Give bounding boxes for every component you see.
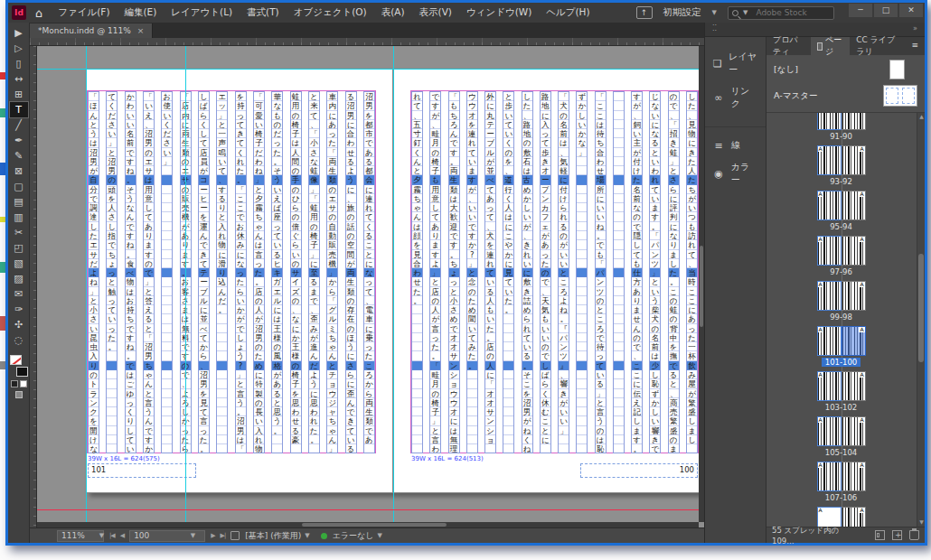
text-frame-left[interactable]: 沼男を都市である都会に連れてくることになって、電車に乗ったころから両生類である沼…: [88, 91, 375, 453]
grid-text-line[interactable]: 外に丸テーブルが並べてあって、犬を連れている人もいた。店の人に「オオサンショ: [484, 91, 496, 453]
grid-text-line[interactable]: 車内にあった「両生類のエサの自動販売機」から「グルミちゃんとチョウジャちゃん」: [326, 91, 338, 453]
ruler-guide-red[interactable]: [37, 509, 704, 510]
panel-button-レイヤー[interactable]: ❏レイヤー: [705, 46, 766, 80]
indesign-logo-icon[interactable]: Id: [12, 5, 26, 20]
pen-tool[interactable]: ✒: [10, 133, 28, 148]
menu-item[interactable]: ヘルプ(H): [540, 5, 596, 21]
minimize-button[interactable]: ─: [849, 4, 872, 17]
line-tool[interactable]: ╱: [10, 117, 28, 133]
text-frame-right[interactable]: した、見物にきた人たちがいつも訪れて、当時ここにあった一杯飲み屋が繁盛しましので…: [411, 91, 698, 453]
menu-item[interactable]: オブジェクト(O): [287, 5, 373, 21]
home-icon[interactable]: ⌂: [32, 6, 46, 20]
preflight-status-dropdown[interactable]: エラーなし ▼: [333, 530, 388, 542]
grid-text-line[interactable]: お使いください」: [161, 91, 173, 453]
grid-text-line[interactable]: 「犬の名前は、気軽に付けられるのがいいところよね。『パンツ』、響きがいい」: [558, 91, 569, 453]
grid-text-line[interactable]: を持ってきてくれた。「ここでお休みになったらいかがでしょう?」と言う。沼男は「: [235, 91, 247, 453]
spread-item[interactable]: AA97-96: [817, 236, 866, 276]
selection-tool[interactable]: ▶: [10, 25, 28, 41]
grid-text-line[interactable]: しばらくして店員がコーヒーを運んできてテーブルに並べてから、沼男を見て言った。: [198, 91, 210, 453]
grid-text-line[interactable]: すが、飼い主が付けた名前なので隠しても仕方ありませんので、ここに伝え記します。: [631, 91, 643, 453]
spread-item[interactable]: AA107-106: [817, 462, 866, 502]
frame-tool[interactable]: ⊠: [10, 163, 28, 179]
share-icon[interactable]: ↑: [636, 6, 653, 19]
search-input[interactable]: [756, 8, 828, 17]
normal-view-mode-button[interactable]: [15, 391, 23, 398]
rectangle-tool[interactable]: ▢: [10, 179, 28, 194]
panel-button-カラー[interactable]: ◉カラー: [705, 156, 766, 191]
menu-item[interactable]: ファイル(F): [52, 5, 116, 21]
grid-text-line[interactable]: 「ほんとうは沼男が自分で調達したエサだよね」と小さい昆虫入りのトランクを開けな: [88, 91, 99, 453]
grid-text-line[interactable]: 華なものだった。そういえば座っているヒキガエルには王様の風格があると思う。: [271, 91, 283, 453]
gradient-swatch-tool[interactable]: ▧: [10, 256, 28, 271]
grid-text-line[interactable]: ウウオを連れていますが、いいですか?」と念のため聞いてみた。: [466, 91, 478, 453]
delete-page-button[interactable]: [909, 530, 919, 540]
panel-menu-icon[interactable]: ≡: [905, 37, 925, 55]
panel-button-リンク[interactable]: ∞リンク: [705, 80, 766, 115]
grid-text-line[interactable]: と来て、「小さな蛙像」「蛙用の椅子」に至るまで、歪みが進んだように思われた。: [308, 91, 320, 453]
menu-item[interactable]: 書式(T): [240, 5, 286, 21]
tab-プロパティ[interactable]: プロパティ: [766, 37, 811, 55]
zoom-level-dropdown[interactable]: 111% ▼: [57, 530, 104, 542]
first-page-button[interactable]: |◀: [109, 532, 115, 539]
menu-item[interactable]: 表示(V): [413, 5, 458, 21]
grid-text-line[interactable]: 「いえ、沼男のエサは用意してありますので」と答えると「沼男ちゃんと言うんですか: [143, 91, 155, 453]
previous-page-button[interactable]: ◀: [120, 532, 124, 539]
tab-ページ[interactable]: ページ: [811, 37, 850, 55]
menu-item[interactable]: レイアウト(L): [165, 5, 239, 21]
ruler-guide-vertical-1[interactable]: [86, 46, 87, 527]
ruler-guide-vertical-3[interactable]: [393, 46, 394, 527]
page-number-100[interactable]: 100: [580, 463, 698, 478]
zoom-tool[interactable]: ◌: [10, 332, 28, 348]
grid-text-line[interactable]: した、路地の敷石は古めかしいが、きれいに敷き詰められている。そこを沼男がねくね: [522, 91, 533, 453]
pages-scrollbar[interactable]: ▲ ▼: [917, 113, 925, 527]
tab-close-icon[interactable]: ×: [137, 26, 145, 35]
content-collector-tool[interactable]: ⊞: [10, 87, 28, 102]
grid-text-line[interactable]: 「ここは待ち合わせ場所にいいね。でも「パンツのところで待っている」と言うのは恥: [595, 91, 607, 453]
spread-item[interactable]: AA91-90: [817, 113, 866, 141]
menu-item[interactable]: 編集(E): [118, 5, 163, 21]
direct-selection-tool[interactable]: ▷: [10, 41, 28, 56]
apply-color-button[interactable]: [11, 380, 18, 387]
document-canvas[interactable]: 沼男を都市である都会に連れてくることになって、電車に乗ったころから両生類である沼…: [37, 46, 704, 527]
fill-stroke-swatches[interactable]: [10, 353, 28, 377]
workspace-switcher[interactable]: 初期設定: [663, 6, 701, 19]
spread-item[interactable]: AA101-100: [817, 326, 866, 367]
spread-item[interactable]: AA105-104: [817, 416, 866, 457]
master-none-row[interactable]: [なし]: [774, 60, 917, 79]
grid-text-line[interactable]: した、見物にきた人たちがいつも訪れて、当時ここにあった一杯飲み屋が繁盛しまし: [686, 91, 698, 453]
master-a-thumbnail[interactable]: [883, 85, 917, 107]
grid-text-line[interactable]: る沼男に合わせるように、旅の話の空間が両生類の存在のほうにさらに歪んできている: [345, 91, 357, 453]
grid-text-line[interactable]: じないになるといわれています。「パンツ」という柴犬の名前は少し恥ずかしい響きで: [649, 91, 661, 453]
next-page-button[interactable]: ▶: [211, 532, 214, 539]
canvas-vertical-scrollbar[interactable]: [699, 46, 704, 522]
grid-text-line[interactable]: ので、「招き蛙」とさらに評判になりました。この蛙の背中を撫でると、商売繁盛のま: [668, 91, 680, 453]
grid-text-line[interactable]: ですが、畦月の椅子も用意してありますよ」と店の人が言った。「畦月の椅子」と言わ: [429, 91, 441, 453]
ruler-guide-horizontal[interactable]: [37, 69, 704, 70]
page-number-101[interactable]: 101: [88, 463, 196, 478]
apply-none-button[interactable]: [20, 380, 27, 387]
hand-tool[interactable]: ✣: [10, 317, 28, 332]
master-none-thumbnail[interactable]: [889, 60, 905, 79]
preset-dropdown[interactable]: [基本] (作業用) ▼: [245, 530, 315, 542]
spread-item[interactable]: AA: [817, 507, 866, 527]
grid-text-line[interactable]: 「可愛い椅子だわね」と夕霧ちゃんは言った。店の人が沼男のために特製の長い入れ物: [253, 91, 265, 453]
new-page-button[interactable]: [892, 530, 902, 540]
panel-button-線[interactable]: ≡線: [705, 135, 766, 156]
spread-item[interactable]: AA99-98: [817, 281, 866, 322]
menu-item[interactable]: ウィンドウ(W): [460, 5, 538, 21]
horizontal-grid-tool[interactable]: ▤: [10, 194, 28, 210]
gradient-feather-tool[interactable]: ▨: [10, 271, 28, 286]
pencil-tool[interactable]: ✎: [10, 148, 28, 163]
spread-item[interactable]: AA103-102: [817, 371, 866, 412]
vertical-grid-tool[interactable]: ▥: [10, 210, 28, 225]
spread-item[interactable]: AA95-94: [817, 191, 866, 231]
menu-item[interactable]: 表(A): [375, 5, 411, 21]
eyedropper-tool[interactable]: ✑: [10, 302, 28, 317]
gap-tool[interactable]: ↔: [10, 71, 28, 87]
spread-item[interactable]: AA93-92: [817, 145, 866, 186]
document-tab[interactable]: *Monchu.indd @ 111% ×: [30, 23, 153, 38]
page-transition-icon[interactable]: [875, 530, 885, 540]
grid-text-line[interactable]: 沼男を都市である都会に連れてくることになって、電車に乗ったころから両生類であ: [363, 91, 375, 453]
grid-text-line[interactable]: エッ」と一声鳴いて、するりと入れ物に滑り込んだ。: [216, 91, 228, 453]
grid-text-line[interactable]: かわいい名前ですね。そうなんですね。食べ物はお持ちですね。ではごゆっくりしてい: [125, 91, 136, 453]
